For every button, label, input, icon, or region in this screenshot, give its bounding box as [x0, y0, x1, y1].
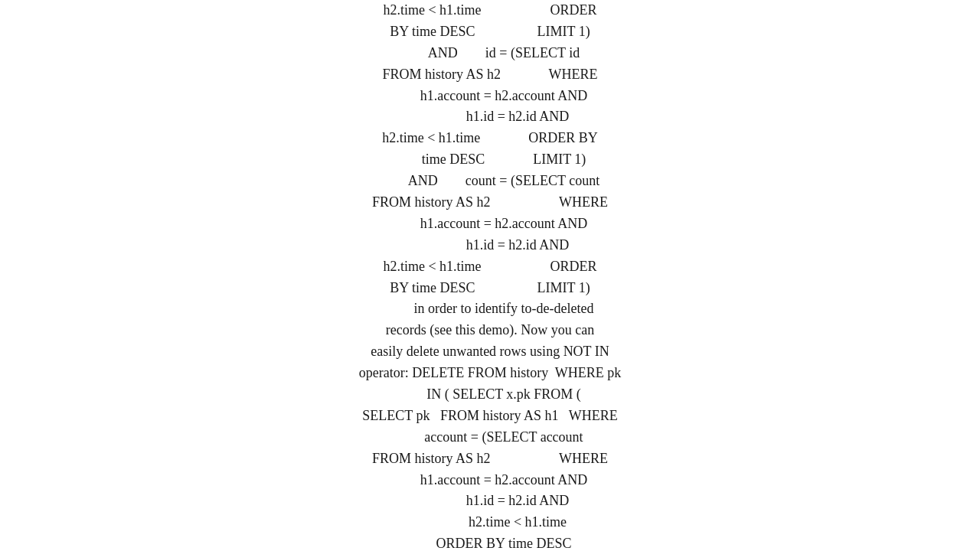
main-content: h2.time < h1.time ORDER BY time DESC LIM…	[0, 0, 980, 551]
code-text: h2.time < h1.time ORDER BY time DESC LIM…	[153, 0, 827, 551]
